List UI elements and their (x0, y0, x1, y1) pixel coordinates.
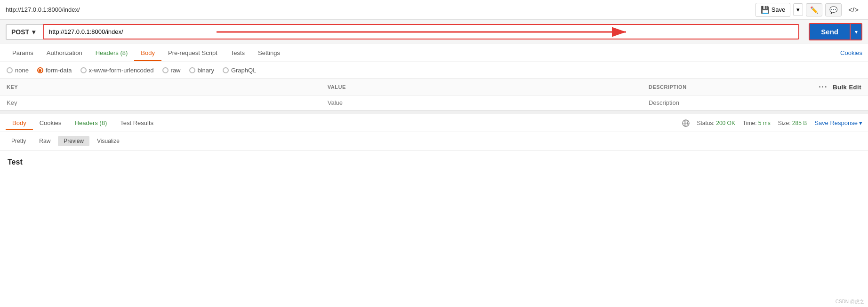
col-actions-header: ··· Bulk Edit (812, 79, 868, 95)
send-button[interactable]: Send (809, 23, 851, 40)
request-tabs: Params Authorization Headers (8) Body Pr… (6, 46, 287, 61)
watermark: CSDN @虎之 (836, 299, 864, 305)
radio-circle-form-data (37, 67, 43, 73)
response-tabs: Body Cookies Headers (8) Test Results (6, 117, 160, 130)
radio-circle-urlencoded (80, 67, 87, 73)
size-label: Size: 285 B (778, 120, 807, 126)
tab-tests[interactable]: Tests (224, 46, 251, 61)
radio-circle-none (7, 67, 13, 73)
size-value: 285 B (792, 120, 807, 126)
status-label: Status: 200 OK (697, 120, 735, 126)
description-input[interactable] (649, 99, 805, 106)
method-select[interactable]: POST ▾ (6, 24, 43, 40)
url-input[interactable] (44, 25, 798, 39)
send-chevron-icon: ▾ (855, 29, 858, 35)
send-wrapper: Send ▾ (805, 23, 862, 40)
save-chevron-button[interactable]: ▾ (793, 3, 803, 16)
chevron-down-icon: ▾ (796, 6, 800, 13)
col-key-header: KEY (0, 79, 321, 95)
radio-form-data[interactable]: form-data (37, 67, 72, 74)
save-label: Save (772, 6, 786, 13)
tab-prerequest[interactable]: Pre-request Script (161, 46, 224, 61)
row-actions-cell (812, 95, 868, 110)
request-tabs-row: Params Authorization Headers (8) Body Pr… (0, 44, 868, 62)
code-button[interactable]: </> (844, 4, 862, 16)
table-header-row: KEY VALUE DESCRIPTION ··· Bulk Edit (0, 79, 868, 95)
key-input[interactable] (7, 99, 314, 106)
view-tab-visualize[interactable]: Visualize (91, 136, 125, 146)
time-label: Time: 5 ms (743, 120, 771, 126)
radio-circle-raw (162, 67, 169, 73)
code-icon: </> (848, 6, 859, 14)
view-tabs: Pretty Raw Preview Visualize (0, 132, 868, 150)
key-input-cell (0, 95, 321, 110)
response-tab-headers[interactable]: Headers (8) (68, 117, 114, 130)
section-divider (0, 110, 868, 114)
value-input-cell (321, 95, 642, 110)
tab-body[interactable]: Body (134, 46, 161, 61)
radio-binary[interactable]: binary (189, 67, 214, 74)
url-input-wrapper (43, 24, 799, 39)
response-tab-cookies[interactable]: Cookies (33, 117, 68, 130)
view-tab-preview[interactable]: Preview (58, 136, 89, 146)
value-input[interactable] (328, 99, 635, 106)
view-tab-raw[interactable]: Raw (33, 136, 56, 146)
save-response-chevron-icon: ▾ (859, 119, 862, 126)
method-chevron-icon: ▾ (32, 28, 35, 36)
table-row (0, 95, 868, 110)
more-options-icon[interactable]: ··· (819, 83, 828, 91)
top-bar-url: http://127.0.0.1:8000/index/ (6, 6, 80, 13)
tab-settings[interactable]: Settings (251, 46, 287, 61)
edit-icon-button[interactable]: ✏️ (806, 3, 822, 16)
url-bar: POST ▾ Send ▾ (0, 20, 868, 44)
time-value: 5 ms (758, 120, 771, 126)
bulk-edit-button[interactable]: Bulk Edit (833, 84, 861, 91)
col-description-header: DESCRIPTION (642, 79, 812, 95)
top-bar-actions: 💾 Save ▾ ✏️ 💬 </> (755, 3, 862, 17)
save-icon: 💾 (761, 6, 770, 14)
response-tab-test-results[interactable]: Test Results (113, 117, 160, 130)
response-body-content: Test (8, 158, 23, 166)
save-button[interactable]: 💾 Save (755, 3, 791, 17)
globe-icon (682, 119, 690, 127)
pencil-icon: ✏️ (810, 6, 818, 14)
radio-raw[interactable]: raw (162, 67, 181, 74)
tab-authorization[interactable]: Authorization (40, 46, 89, 61)
description-input-cell (642, 95, 812, 110)
col-value-header: VALUE (321, 79, 642, 95)
response-body: Test (0, 150, 868, 174)
comment-icon-button[interactable]: 💬 (825, 3, 842, 16)
send-chevron-button[interactable]: ▾ (851, 23, 862, 40)
status-value: 200 OK (716, 120, 735, 126)
radio-circle-graphql (223, 67, 229, 73)
method-label: POST (11, 28, 29, 36)
cookies-link[interactable]: Cookies (840, 49, 862, 56)
radio-none[interactable]: none (7, 67, 29, 74)
response-tab-body[interactable]: Body (6, 117, 33, 130)
tab-headers[interactable]: Headers (8) (89, 46, 135, 61)
top-bar: http://127.0.0.1:8000/index/ 💾 Save ▾ ✏️… (0, 0, 868, 20)
body-type-radios: none form-data x-www-form-urlencoded raw… (0, 62, 868, 79)
form-data-table: KEY VALUE DESCRIPTION ··· Bulk Edit (0, 79, 868, 110)
tab-params[interactable]: Params (6, 46, 40, 61)
radio-urlencoded[interactable]: x-www-form-urlencoded (80, 67, 154, 74)
view-tab-pretty[interactable]: Pretty (6, 136, 32, 146)
comment-icon: 💬 (829, 6, 837, 14)
radio-circle-binary (189, 67, 195, 73)
response-status-bar: Status: 200 OK Time: 5 ms Size: 285 B Sa… (682, 119, 863, 127)
response-header: Body Cookies Headers (8) Test Results St… (0, 114, 868, 132)
save-response-button[interactable]: Save Response ▾ (814, 119, 862, 126)
radio-graphql[interactable]: GraphQL (223, 67, 256, 74)
